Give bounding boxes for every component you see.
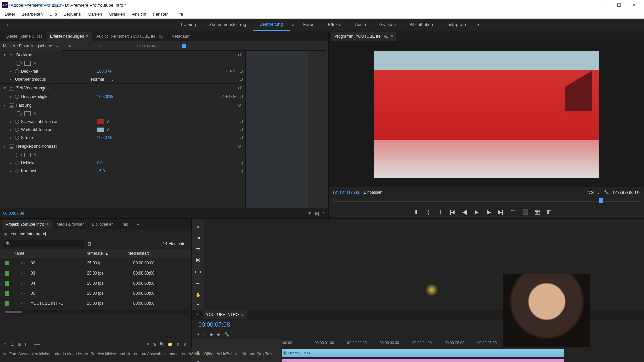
reset-icon[interactable]: ↺ bbox=[239, 127, 243, 132]
tab-sequence[interactable]: YOUTUBE INTRO≡ bbox=[203, 310, 247, 319]
menu-sequenz[interactable]: Sequenz bbox=[60, 12, 84, 17]
workspace-menu-icon[interactable]: ≡ bbox=[290, 22, 297, 27]
fx-badge-icon[interactable]: fx bbox=[9, 144, 14, 149]
settings-icon[interactable]: 🔧 bbox=[604, 190, 609, 195]
pen-mask-icon[interactable]: ✎ bbox=[33, 111, 37, 116]
linked-selection-icon[interactable]: ⬫ bbox=[203, 332, 206, 337]
loop-icon[interactable]: ↻ bbox=[322, 211, 326, 216]
reset-icon[interactable]: ↺ bbox=[239, 119, 243, 124]
reset-icon[interactable]: ↺ bbox=[239, 69, 243, 74]
workspace-bibliotheken[interactable]: Bibliotheken bbox=[402, 19, 440, 31]
reset-icon[interactable]: ↺ bbox=[238, 52, 242, 58]
pen-mask-icon[interactable]: ✎ bbox=[33, 61, 37, 66]
label-color[interactable] bbox=[5, 291, 9, 296]
tab-media-browser[interactable]: Media-Browser bbox=[53, 220, 87, 229]
track-v3-header[interactable]: 🔒V3◇👁 bbox=[192, 358, 282, 362]
menu-fenster[interactable]: Fenster bbox=[150, 12, 171, 17]
find-icon[interactable]: 🔍 bbox=[159, 342, 164, 347]
tab-source[interactable]: Quelle: (keine Clips) bbox=[2, 32, 45, 41]
type-tool-icon[interactable]: T bbox=[194, 302, 202, 310]
stopwatch-icon[interactable] bbox=[15, 128, 19, 132]
workspace-farbe[interactable]: Farbe bbox=[297, 19, 321, 31]
lock-icon[interactable]: 🔒 bbox=[196, 361, 200, 362]
new-item-foot-icon[interactable]: 🗎 bbox=[176, 342, 180, 347]
menu-ansicht[interactable]: Ansicht bbox=[128, 12, 150, 17]
stopwatch-icon[interactable] bbox=[15, 136, 19, 140]
menu-hilfe[interactable]: Hilfe bbox=[171, 12, 186, 17]
track-select-tool-icon[interactable]: ⇥ bbox=[194, 234, 202, 241]
property-value[interactable]: 100,00% bbox=[97, 94, 137, 99]
disclose-icon[interactable]: ▾ bbox=[4, 86, 7, 90]
disclose-icon[interactable]: ▸ bbox=[10, 127, 13, 132]
disclose-icon[interactable]: ▸ bbox=[10, 119, 13, 124]
sort-icon[interactable]: ≡ bbox=[147, 342, 149, 347]
project-item-row[interactable]: ▭ 03 25,00 fps 00:00:00:00 bbox=[0, 268, 191, 278]
project-item-row[interactable]: ▭ 02 25,00 fps 00:00:00:00 bbox=[0, 258, 191, 268]
blend-mode-select[interactable]: Normal ⌄ bbox=[91, 77, 141, 82]
disclose-icon[interactable]: ▸ bbox=[10, 169, 13, 173]
menu-grafiken[interactable]: Grafiken bbox=[105, 12, 128, 17]
new-bin-foot-icon[interactable]: 📁 bbox=[168, 342, 173, 347]
disclose-icon[interactable]: ▸ bbox=[10, 135, 13, 140]
sequence-clip-label[interactable]: YOUTUBE INTRO * Einstellungsebene bbox=[3, 1, 62, 9]
zoom-slider[interactable]: ○── bbox=[32, 342, 40, 347]
panel-menu-icon[interactable]: ≡ bbox=[86, 34, 88, 39]
fit-select[interactable]: Einpassen⌄ bbox=[364, 190, 388, 195]
color-swatch[interactable] bbox=[97, 127, 104, 132]
slip-tool-icon[interactable]: ⟷ bbox=[194, 268, 202, 276]
wrench-icon[interactable]: 🔧 bbox=[224, 332, 229, 337]
timeline-clip[interactable]: fxOverlay 1.mp4 bbox=[282, 349, 564, 357]
menu-marken[interactable]: Marken bbox=[84, 12, 105, 17]
rect-mask-icon[interactable] bbox=[24, 111, 31, 116]
label-color[interactable] bbox=[5, 301, 9, 306]
panel-menu-icon[interactable]: ≡ bbox=[390, 34, 393, 39]
disclose-icon[interactable]: ▾ bbox=[4, 103, 7, 108]
settings-icon[interactable]: ⚙ bbox=[217, 332, 220, 337]
workspace-effekte[interactable]: Effekte bbox=[321, 19, 348, 31]
reset-icon[interactable]: ↺ bbox=[238, 103, 242, 108]
pen-mask-icon[interactable]: ✎ bbox=[33, 153, 37, 157]
close-button[interactable]: ✕ bbox=[627, 0, 642, 10]
project-item-row[interactable]: ▭ 05 25,00 fps 00:00:00:00 bbox=[0, 288, 191, 298]
fx-group-header[interactable]: ▾ fx Zeit-Verzerrungen ↺ bbox=[0, 84, 245, 93]
col-framerate[interactable]: Framerate▲ bbox=[84, 251, 128, 256]
extract-icon[interactable]: ⬛ bbox=[521, 208, 529, 216]
stopwatch-icon[interactable] bbox=[15, 95, 19, 99]
list-view-icon[interactable]: ☰ bbox=[10, 342, 14, 347]
eyedropper-icon[interactable]: ✐ bbox=[106, 127, 110, 132]
quality-select[interactable]: Voll⌄ bbox=[588, 190, 600, 195]
disclose-icon[interactable]: ▸ bbox=[10, 77, 13, 82]
reset-icon[interactable]: ↺ bbox=[239, 169, 243, 174]
ripple-edit-tool-icon[interactable]: ⇆ bbox=[194, 245, 202, 253]
menu-clip[interactable]: Clip bbox=[46, 12, 60, 17]
tab-overflow-icon[interactable]: » bbox=[133, 220, 142, 229]
tab-project[interactable]: Projekt: Youtube Intro≡ bbox=[2, 220, 52, 229]
disclose-icon[interactable]: ▸ bbox=[10, 161, 13, 165]
add-kf-icon[interactable]: ◆ bbox=[225, 94, 228, 99]
play-kf-icon[interactable]: ▶ bbox=[233, 94, 236, 99]
close-seq-icon[interactable]: × bbox=[194, 312, 201, 317]
selection-tool-icon[interactable]: ▲ bbox=[194, 223, 202, 230]
program-scrubber[interactable] bbox=[333, 197, 640, 205]
eyedropper-icon[interactable]: ✐ bbox=[106, 119, 110, 124]
step-back-icon[interactable]: ◀| bbox=[461, 208, 468, 216]
project-item-row[interactable]: ▭ 04 25,00 fps 00:00:00:00 bbox=[0, 278, 191, 288]
label-color[interactable] bbox=[5, 261, 9, 265]
tab-info[interactable]: Info bbox=[118, 220, 132, 229]
go-in-icon[interactable]: |◀ bbox=[449, 208, 456, 216]
workspace-instagram[interactable]: Instagram bbox=[440, 19, 473, 31]
filter-icon[interactable]: ▼ bbox=[308, 211, 312, 216]
workspace-zusammenstellung[interactable]: Zusammenstellung bbox=[203, 19, 253, 31]
stopwatch-icon[interactable] bbox=[15, 161, 19, 165]
button-editor-icon[interactable]: ＋ bbox=[632, 208, 640, 216]
out-point-icon[interactable]: } bbox=[437, 208, 444, 216]
ellipse-mask-icon[interactable] bbox=[16, 153, 22, 157]
step-forward-icon[interactable]: |▶ bbox=[485, 208, 492, 216]
project-item-row[interactable]: ▭ YOUTUBE INTRO 25,00 fps 00:00:00:00 bbox=[0, 298, 191, 308]
fx-badge-icon[interactable]: fx bbox=[9, 103, 14, 108]
col-medienstart[interactable]: Medienstart bbox=[128, 251, 191, 256]
reset-icon[interactable]: ↺ bbox=[238, 144, 242, 149]
ellipse-mask-icon[interactable] bbox=[16, 111, 22, 116]
disclose-icon[interactable]: ▸ bbox=[10, 94, 13, 99]
workspace-grafiken[interactable]: Grafiken bbox=[373, 19, 402, 31]
